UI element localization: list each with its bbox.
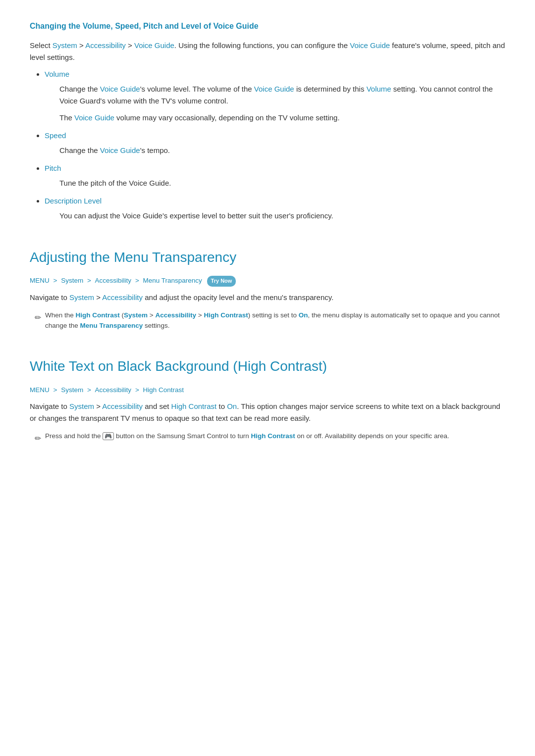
note-icon-3: ✏ <box>35 432 41 445</box>
bullet-desc-level-label[interactable]: Description Level <box>45 197 102 205</box>
bullet-speed-label[interactable]: Speed <box>45 131 66 140</box>
note-system-inline[interactable]: System <box>124 311 148 319</box>
link-accessibility-3[interactable]: Accessibility <box>102 402 143 410</box>
link-system-2[interactable]: System <box>69 293 94 302</box>
section1-title: Changing the Volume, Speed, Pitch and Le… <box>30 20 505 33</box>
link-voice-guide-2[interactable]: Voice Guide <box>350 41 390 50</box>
bullet-speed: Speed Change the Voice Guide's tempo. <box>45 130 505 156</box>
desc-level-desc-1: You can adjust the Voice Guide's experti… <box>59 210 505 222</box>
link-voice-guide-6[interactable]: Voice Guide <box>100 146 140 154</box>
sep-1: > <box>79 41 85 50</box>
section3-title: White Text on Black Background (High Con… <box>30 355 505 378</box>
link-high-contrast-3[interactable]: High Contrast <box>171 402 217 410</box>
link-system-3[interactable]: System <box>69 402 94 410</box>
pitch-desc-1: Tune the pitch of the Voice Guide. <box>59 177 505 189</box>
link-voice-guide-4[interactable]: Voice Guide <box>254 85 294 93</box>
breadcrumb-accessibility-2[interactable]: Accessibility <box>95 277 132 284</box>
note-high-contrast-2[interactable]: High Contrast <box>204 311 248 319</box>
speed-desc-1: Change the Voice Guide's tempo. <box>59 145 505 156</box>
section2-breadcrumb: MENU > System > Accessibility > Menu Tra… <box>30 275 505 286</box>
link-voice-guide-3[interactable]: Voice Guide <box>100 85 140 93</box>
breadcrumb-high-contrast[interactable]: High Contrast <box>143 386 184 394</box>
section-menu-transparency: Adjusting the Menu Transparency MENU > S… <box>30 247 505 331</box>
note-menu-transparency-link[interactable]: Menu Transparency <box>80 322 143 329</box>
breadcrumb-menu-transparency[interactable]: Menu Transparency <box>143 277 202 284</box>
breadcrumb-menu-2[interactable]: MENU <box>30 277 50 284</box>
section1-intro: Select System > Accessibility > Voice Gu… <box>30 40 505 63</box>
section3-breadcrumb: MENU > System > Accessibility > High Con… <box>30 385 505 396</box>
section2-title: Adjusting the Menu Transparency <box>30 247 505 269</box>
bullet-volume: Volume Change the Voice Guide's volume l… <box>45 68 505 124</box>
note-accessibility-inline[interactable]: Accessibility <box>155 311 196 319</box>
breadcrumb-system-3[interactable]: System <box>61 386 83 394</box>
samsung-button-symbol: 🎮 <box>103 432 114 440</box>
note-on-1[interactable]: On <box>299 311 308 319</box>
bullet-list-voice-guide: Volume Change the Voice Guide's volume l… <box>45 68 505 222</box>
link-volume-inline[interactable]: Volume <box>367 85 391 93</box>
link-on-3[interactable]: On <box>227 402 237 410</box>
volume-desc-1: Change the Voice Guide's volume level. T… <box>59 83 505 107</box>
section3-body: Navigate to System > Accessibility and s… <box>30 401 505 424</box>
section3-note: ✏ Press and hold the 🎮 button on the Sam… <box>35 431 505 445</box>
sep-2: > <box>128 41 134 50</box>
volume-description: Change the Voice Guide's volume level. T… <box>59 83 505 124</box>
link-voice-guide-1[interactable]: Voice Guide <box>134 41 174 50</box>
section2-note-text: When the High Contrast (System > Accessi… <box>45 310 505 331</box>
breadcrumb-menu-3[interactable]: MENU <box>30 386 50 394</box>
note-icon-2: ✏ <box>35 311 41 324</box>
desc-level-description: You can adjust the Voice Guide's experti… <box>59 210 505 222</box>
section-voice-guide: Changing the Volume, Speed, Pitch and Le… <box>30 20 505 222</box>
volume-desc-2: The Voice Guide volume may vary occasion… <box>59 112 505 124</box>
section3-note-text: Press and hold the 🎮 button on the Samsu… <box>45 431 449 442</box>
link-accessibility-2[interactable]: Accessibility <box>102 293 143 302</box>
note-high-contrast-1[interactable]: High Contrast <box>76 311 120 319</box>
link-system-1[interactable]: System <box>53 41 77 50</box>
try-now-badge[interactable]: Try Now <box>207 276 236 287</box>
section2-note: ✏ When the High Contrast (System > Acces… <box>35 310 505 331</box>
bullet-pitch: Pitch Tune the pitch of the Voice Guide. <box>45 162 505 189</box>
section2-body: Navigate to System > Accessibility and a… <box>30 292 505 303</box>
breadcrumb-accessibility-3[interactable]: Accessibility <box>95 386 132 394</box>
bullet-volume-label[interactable]: Volume <box>45 70 69 78</box>
note-high-contrast-bold[interactable]: High Contrast <box>251 432 295 440</box>
link-accessibility-1[interactable]: Accessibility <box>85 41 126 50</box>
bullet-description-level: Description Level You can adjust the Voi… <box>45 195 505 222</box>
breadcrumb-system-2[interactable]: System <box>61 277 83 284</box>
pitch-description: Tune the pitch of the Voice Guide. <box>59 177 505 189</box>
section-high-contrast: White Text on Black Background (High Con… <box>30 355 505 445</box>
bullet-pitch-label[interactable]: Pitch <box>45 164 61 172</box>
link-voice-guide-5[interactable]: Voice Guide <box>74 113 114 122</box>
speed-description: Change the Voice Guide's tempo. <box>59 145 505 156</box>
